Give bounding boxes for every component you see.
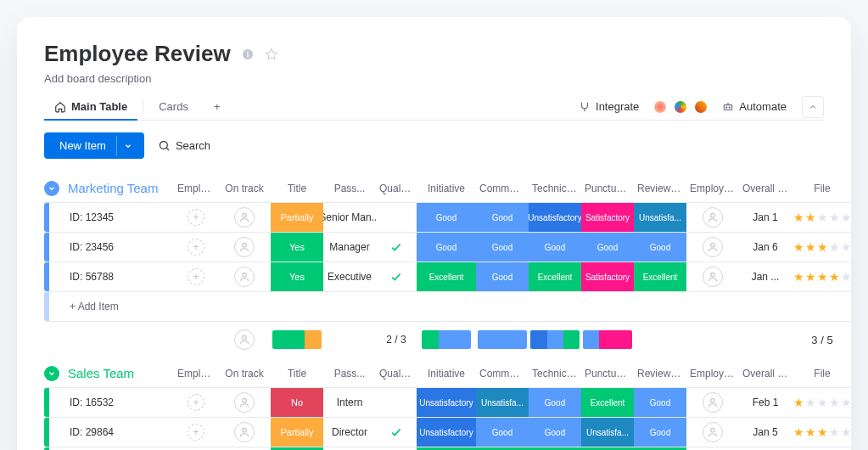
cell-pass[interactable] — [376, 203, 417, 232]
add-tab[interactable]: + — [204, 93, 231, 120]
board-description[interactable]: Add board description — [44, 72, 824, 85]
cell-reviewed-by[interactable] — [686, 203, 739, 232]
cell-status[interactable]: Satisfactory — [581, 262, 634, 291]
tab-main-table[interactable]: Main Table — [44, 93, 137, 120]
cell-status[interactable]: Satisfactory — [581, 203, 634, 232]
column-header[interactable]: Reviewed by — [634, 361, 686, 386]
cell-status[interactable]: Unsatisfa... — [476, 388, 529, 417]
table-row[interactable]: ID: 88876+YesSenior Exe...ExcellentExcel… — [44, 447, 851, 450]
table-row[interactable]: ID: 29864+PartiallyDirectorUnsatisfactor… — [44, 417, 851, 447]
cell-status[interactable]: Good — [634, 418, 686, 447]
table-row[interactable]: ID: 56788+YesExecutiveExcellentGoodExcel… — [44, 262, 851, 291]
add-subitem[interactable]: + — [174, 418, 218, 447]
cell-id[interactable]: ID: 16532 — [59, 388, 174, 417]
cell-on-track[interactable]: Partially — [271, 418, 323, 447]
cell-reviewed-by[interactable] — [686, 233, 739, 262]
column-header[interactable]: Title — [271, 361, 323, 386]
cell-status[interactable]: Good — [581, 233, 634, 262]
cell-status[interactable]: Good — [417, 203, 476, 232]
cell-id[interactable]: ID: 56788 — [59, 262, 174, 291]
search-button[interactable]: Search — [158, 139, 210, 152]
group-title[interactable]: Marketing Team — [68, 181, 158, 195]
cell-pass[interactable] — [376, 388, 417, 417]
cell-status[interactable]: Good — [476, 233, 529, 262]
column-header[interactable]: Communi... — [476, 176, 529, 201]
cell-pass[interactable] — [376, 233, 417, 262]
cell-employed-since[interactable]: Feb 1 — [739, 388, 792, 417]
cell-rating[interactable]: ★★★★★ — [792, 233, 851, 262]
cell-on-track[interactable]: Yes — [271, 262, 323, 291]
cell-status[interactable]: Good — [634, 233, 686, 262]
cell-rating[interactable]: ★★★★★ — [792, 262, 851, 291]
automate-button[interactable]: Automate — [715, 97, 793, 116]
cell-employee[interactable] — [218, 233, 271, 262]
cell-id[interactable]: ID: 23456 — [59, 233, 174, 262]
cell-employee[interactable] — [218, 418, 271, 447]
column-header[interactable]: On track — [218, 361, 271, 386]
cell-status[interactable]: Unsatisfa... — [581, 418, 634, 447]
cell-reviewed-by[interactable] — [686, 388, 739, 417]
table-row[interactable]: ID: 23456+YesManagerGoodGoodGoodGoodGood… — [44, 232, 851, 262]
cell-employee[interactable] — [218, 388, 271, 417]
integration-icon-1[interactable] — [654, 101, 666, 113]
table-row[interactable]: ID: 12345+PartiallySenior Man...GoodGood… — [44, 202, 851, 232]
cell-reviewed-by[interactable] — [686, 262, 739, 291]
group-title[interactable]: Sales Team — [68, 366, 134, 380]
table-row[interactable]: ID: 16532+NoInternUnsatisfactoryUnsatisf… — [44, 387, 851, 417]
cell-status[interactable]: Good — [476, 418, 529, 447]
cell-pass[interactable] — [376, 418, 417, 447]
add-subitem[interactable]: + — [174, 388, 218, 417]
column-header[interactable]: Initiative — [417, 176, 476, 201]
star-icon[interactable] — [265, 48, 278, 61]
cell-rating[interactable]: ★★★★★ — [792, 418, 851, 447]
cell-status[interactable]: Excellent — [417, 262, 476, 291]
cell-employed-since[interactable]: Jan 1 — [739, 203, 792, 232]
info-icon[interactable] — [241, 48, 255, 61]
column-header[interactable]: On track — [218, 176, 271, 201]
cell-on-track[interactable]: Partially — [271, 203, 323, 232]
column-header[interactable]: Title — [271, 176, 323, 201]
chevron-down-icon[interactable] — [116, 136, 139, 156]
column-header[interactable]: Quality of w... — [376, 176, 417, 201]
column-header[interactable]: Reviewed by — [634, 176, 686, 201]
cell-status[interactable]: Good — [529, 418, 581, 447]
cell-rating[interactable]: ★★★★★ — [792, 388, 851, 417]
cell-status[interactable]: Good — [529, 388, 581, 417]
add-item-row[interactable]: + Add Item — [44, 291, 851, 322]
column-header[interactable]: Employee — [174, 361, 218, 386]
cell-title[interactable]: Executive — [323, 262, 376, 291]
group-collapse-toggle[interactable] — [44, 181, 59, 196]
cell-title[interactable]: Director — [323, 418, 376, 447]
integrate-button[interactable]: Integrate — [572, 97, 646, 116]
cell-title[interactable]: Manager — [323, 233, 376, 262]
cell-status[interactable]: Good — [529, 233, 581, 262]
cell-employed-since[interactable]: Jan 5 — [739, 418, 792, 447]
cell-on-track[interactable]: No — [271, 388, 323, 417]
cell-id[interactable]: ID: 29864 — [59, 418, 174, 447]
add-subitem[interactable]: + — [174, 203, 218, 232]
column-header[interactable]: Employed s... — [686, 176, 739, 201]
column-header[interactable]: Overall rating — [739, 176, 792, 201]
cell-rating[interactable]: ★★★★★ — [792, 203, 851, 232]
cell-status[interactable]: Good — [476, 262, 529, 291]
cell-status[interactable]: Good — [634, 388, 686, 417]
cell-status[interactable]: Excellent — [529, 262, 581, 291]
integration-icon-3[interactable] — [695, 101, 707, 113]
cell-id[interactable]: ID: 12345 — [59, 203, 174, 232]
new-item-button[interactable]: New Item — [44, 132, 144, 159]
group-collapse-toggle[interactable] — [44, 366, 59, 381]
add-subitem[interactable]: + — [174, 233, 218, 262]
tab-cards[interactable]: Cards — [148, 93, 199, 120]
column-header[interactable]: Employee — [174, 176, 218, 201]
cell-status[interactable]: Good — [476, 203, 529, 232]
cell-employee[interactable] — [218, 262, 271, 291]
add-subitem[interactable]: + — [174, 262, 218, 291]
column-header[interactable]: Communi... — [476, 361, 529, 386]
column-header[interactable]: Technica... — [529, 176, 581, 201]
column-header[interactable]: Punctua... — [581, 176, 634, 201]
cell-status[interactable]: Unsatisfactory — [529, 203, 581, 232]
cell-pass[interactable] — [376, 262, 417, 291]
cell-status[interactable]: Unsatisfa... — [634, 203, 686, 232]
integration-icon-2[interactable] — [675, 101, 686, 113]
column-header[interactable]: Initiative — [417, 361, 476, 386]
